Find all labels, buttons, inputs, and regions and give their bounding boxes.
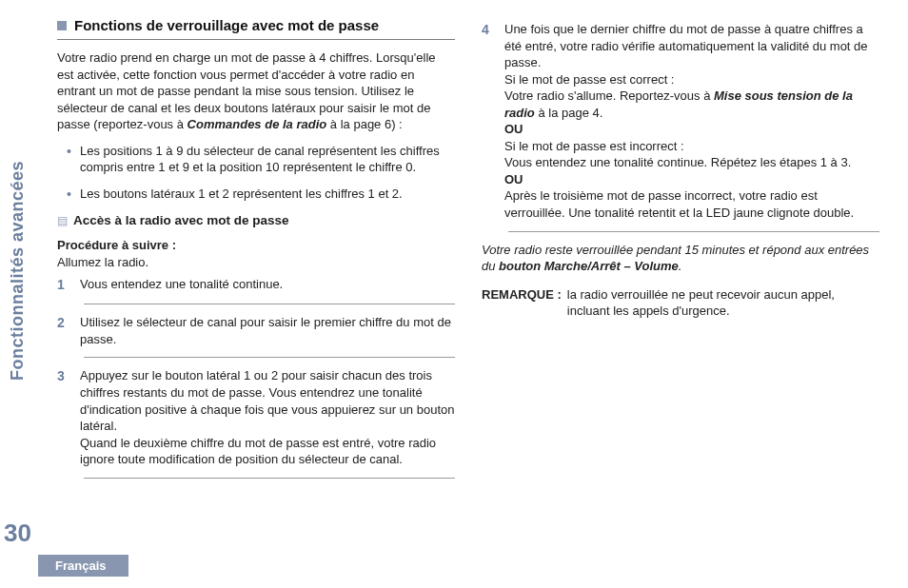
bullet-item: Les positions 1 à 9 du sélecteur de cana… [70, 143, 455, 176]
step-text: Une fois que le dernier chiffre du mot d… [504, 21, 879, 222]
section-title-vertical: Fonctionnalités avancées [8, 161, 28, 381]
lock-note: Votre radio reste verrouillée pendant 15… [482, 242, 879, 275]
step-text: Utilisez le sélecteur de canal pour sais… [80, 314, 455, 347]
step-divider [508, 231, 879, 232]
heading-1: Fonctions de verrouillage avec mot de pa… [74, 17, 379, 33]
column-right: 4 Une fois que le dernier chiffre du mot… [482, 17, 879, 588]
step-divider [84, 478, 455, 479]
or-label: OU [504, 122, 523, 136]
column-left: Fonctions de verrouillage avec mot de pa… [57, 17, 455, 588]
step-number: 3 [57, 367, 70, 467]
procedure-intro: Allumez la radio. [57, 255, 148, 269]
left-rail: Fonctionnalités avancées 30 [0, 0, 48, 588]
bullet-item: Les boutons latéraux 1 et 2 représentent… [70, 186, 455, 203]
step-divider [84, 304, 455, 304]
step-1: 1 Vous entendez une tonalité continue. [57, 272, 455, 298]
step-text: Appuyez sur le bouton latéral 1 ou 2 pou… [80, 367, 455, 467]
step-text: Vous entendez une tonalité continue. [80, 276, 455, 294]
page-number: 30 [4, 519, 31, 548]
remark-text: la radio verrouillée ne peut recevoir au… [567, 286, 879, 320]
remark-block: REMARQUE : la radio verrouillée ne peut … [482, 286, 879, 320]
intro-paragraph: Votre radio prend en charge un mot de pa… [57, 49, 455, 133]
remark-label: REMARQUE : [482, 286, 562, 320]
or-label: OU [504, 172, 523, 186]
step-3: 3 Appuyez sur le bouton latéral 1 ou 2 p… [57, 363, 455, 471]
language-tab: Français [38, 555, 128, 577]
subheading-doc-icon: ▤ [57, 214, 68, 227]
step-4: 4 Une fois que le dernier chiffre du mot… [482, 17, 879, 225]
bouton-ref: bouton Marche/Arrêt – Volume [499, 259, 679, 273]
step-number: 2 [57, 314, 70, 347]
step-2: 2 Utilisez le sélecteur de canal pour sa… [57, 310, 455, 351]
xref-commandes: Commandes de la radio [188, 117, 327, 131]
divider [57, 39, 455, 40]
heading-marker-icon [57, 21, 67, 30]
step-number: 1 [57, 276, 70, 294]
step-divider [84, 357, 455, 358]
procedure-label: Procédure à suivre : [57, 238, 176, 252]
bullet-list: Les positions 1 à 9 du sélecteur de cana… [57, 143, 455, 203]
procedure-block: Procédure à suivre : Allumez la radio. [57, 237, 455, 270]
heading-2: Accès à la radio avec mot de passe [73, 213, 289, 227]
step-number: 4 [482, 21, 495, 222]
